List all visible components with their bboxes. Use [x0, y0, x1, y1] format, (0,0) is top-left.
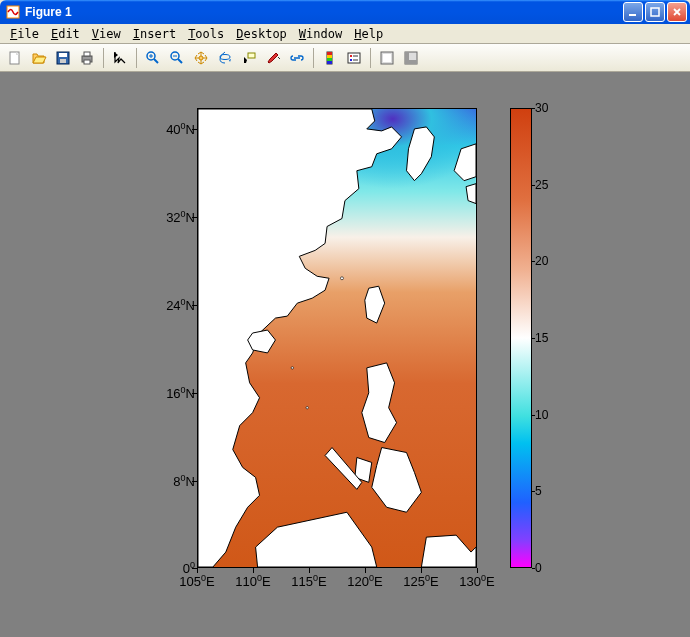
ytick-label: 240N	[166, 297, 195, 313]
insert-legend-button[interactable]	[343, 47, 365, 69]
menu-tools[interactable]: Tools	[182, 26, 230, 42]
edit-plot-button[interactable]	[109, 47, 131, 69]
xtick-label: 1100E	[235, 573, 270, 589]
xtick-label: 1050E	[179, 573, 214, 589]
svg-rect-22	[327, 55, 332, 58]
figure-canvas[interactable]: 400N 320N 240N 160N 80N 00 1050E 1100E 1…	[0, 72, 690, 637]
map-plot[interactable]	[197, 108, 477, 568]
svg-point-17	[199, 56, 203, 60]
brush-button[interactable]	[262, 47, 284, 69]
insert-colorbar-button[interactable]	[319, 47, 341, 69]
cb-tick-label: 5	[535, 484, 542, 498]
show-plot-tools-button[interactable]	[400, 47, 422, 69]
ytick-label: 400N	[166, 121, 195, 137]
svg-rect-33	[405, 52, 409, 64]
cb-tick-label: 20	[535, 254, 548, 268]
svg-rect-25	[348, 53, 360, 63]
window-controls	[623, 2, 687, 22]
svg-rect-1	[629, 14, 636, 16]
cb-tick-label: 0	[535, 561, 542, 575]
xtick-label: 1300E	[459, 573, 494, 589]
maximize-button[interactable]	[645, 2, 665, 22]
svg-rect-19	[248, 53, 255, 58]
cb-tick-label: 30	[535, 101, 548, 115]
heatmap-image	[198, 109, 476, 567]
svg-rect-9	[84, 60, 90, 64]
xtick-label: 1150E	[291, 573, 326, 589]
rotate3d-button[interactable]	[214, 47, 236, 69]
toolbar-separator	[370, 48, 371, 68]
svg-rect-34	[409, 60, 417, 64]
zoom-out-button[interactable]	[166, 47, 188, 69]
menu-window[interactable]: Window	[293, 26, 348, 42]
print-button[interactable]	[76, 47, 98, 69]
svg-rect-6	[60, 59, 66, 63]
menu-edit[interactable]: Edit	[45, 26, 86, 42]
cb-tick-label: 15	[535, 331, 548, 345]
colorbar[interactable]	[510, 108, 532, 568]
xtick-label: 1200E	[347, 573, 382, 589]
svg-point-37	[340, 277, 343, 280]
hide-plot-tools-button[interactable]	[376, 47, 398, 69]
close-button[interactable]	[667, 2, 687, 22]
cb-tick-label: 25	[535, 178, 548, 192]
toolbar-separator	[136, 48, 137, 68]
menubar: File Edit View Insert Tools Desktop Wind…	[0, 24, 690, 44]
toolbar	[0, 44, 690, 72]
minimize-button[interactable]	[623, 2, 643, 22]
svg-rect-2	[651, 8, 659, 16]
svg-rect-21	[327, 52, 332, 55]
menu-file[interactable]: File	[4, 26, 45, 42]
svg-rect-24	[327, 61, 332, 64]
open-button[interactable]	[28, 47, 50, 69]
cb-tick-label: 10	[535, 408, 548, 422]
axes: 400N 320N 240N 160N 80N 00 1050E 1100E 1…	[135, 108, 640, 623]
xtick-label: 1250E	[403, 573, 438, 589]
ytick-label: 320N	[166, 209, 195, 225]
zoom-in-button[interactable]	[142, 47, 164, 69]
svg-line-15	[178, 59, 182, 63]
ytick-label: 80N	[173, 473, 195, 489]
save-button[interactable]	[52, 47, 74, 69]
toolbar-separator	[103, 48, 104, 68]
ytick-label: 160N	[166, 385, 195, 401]
titlebar: Figure 1	[0, 0, 690, 24]
toolbar-separator	[313, 48, 314, 68]
menu-help[interactable]: Help	[348, 26, 389, 42]
menu-view[interactable]: View	[86, 26, 127, 42]
svg-rect-8	[84, 52, 90, 56]
svg-rect-31	[383, 54, 391, 62]
pan-button[interactable]	[190, 47, 212, 69]
link-plot-button[interactable]	[286, 47, 308, 69]
svg-point-39	[306, 407, 308, 409]
window-title: Figure 1	[25, 5, 623, 19]
menu-desktop[interactable]: Desktop	[230, 26, 293, 42]
data-cursor-button[interactable]	[238, 47, 260, 69]
svg-line-11	[154, 59, 158, 63]
svg-rect-5	[59, 53, 67, 57]
app-icon	[5, 4, 21, 20]
menu-insert[interactable]: Insert	[127, 26, 182, 42]
new-figure-button[interactable]	[4, 47, 26, 69]
svg-point-38	[291, 367, 293, 369]
svg-rect-23	[327, 58, 332, 61]
